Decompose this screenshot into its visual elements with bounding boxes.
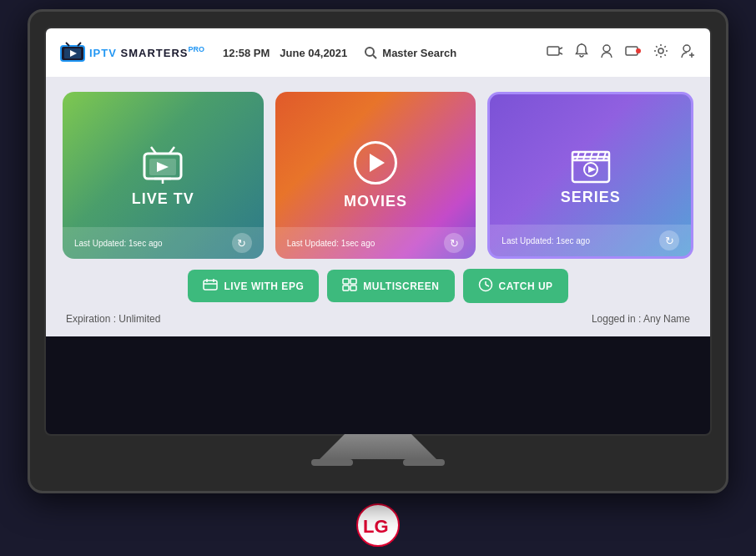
live-tv-bottom-bar: Last Updated: 1sec ago ↻ <box>63 227 264 259</box>
movies-card[interactable]: MOVIES Last Updated: 1sec ago ↻ <box>275 92 476 259</box>
search-button[interactable]: Master Search <box>364 46 456 59</box>
svg-point-11 <box>603 45 610 52</box>
tv-screen: IPTV SMARTERSPRO 12:58 PM June 04,2021 M… <box>44 27 712 436</box>
live-with-epg-label: LIVE WITH EPG <box>224 281 304 292</box>
header-date: June 04,2021 <box>280 47 347 59</box>
series-icon <box>567 145 614 189</box>
svg-point-15 <box>683 45 690 52</box>
svg-rect-40 <box>343 286 349 291</box>
series-bottom-bar: Last Updated: 1sec ago ↻ <box>490 225 691 256</box>
record-icon[interactable] <box>625 44 642 61</box>
svg-point-13 <box>636 48 641 53</box>
search-icon <box>364 46 377 59</box>
multiscreen-label: MULTISCREEN <box>363 281 439 292</box>
movies-update-text: Last Updated: 1sec ago <box>287 239 375 248</box>
live-with-epg-button[interactable]: LIVE WITH EPG <box>188 270 319 302</box>
live-tv-icon <box>138 144 188 190</box>
action-buttons-row: LIVE WITH EPG MULTISCREEN <box>63 269 693 303</box>
multiscreen-icon <box>342 278 357 294</box>
settings-icon[interactable] <box>653 43 668 62</box>
expiration-text: Expiration : Unlimited <box>66 313 160 325</box>
svg-rect-41 <box>350 286 356 291</box>
epg-icon <box>203 278 218 294</box>
series-update-text: Last Updated: 1sec ago <box>501 236 590 245</box>
manage-profile-icon[interactable] <box>680 43 697 62</box>
movies-bottom-bar: Last Updated: 1sec ago ↻ <box>275 227 476 259</box>
footer-row: Expiration : Unlimited Logged in : Any N… <box>63 313 693 325</box>
lg-logo: LG <box>356 503 400 547</box>
series-card[interactable]: SERIES Last Updated: 1sec ago ↻ <box>487 92 693 259</box>
logo-text: IPTV SMARTERSPRO <box>89 45 204 60</box>
header-time: 12:58 PM <box>223 47 270 59</box>
catch-up-button[interactable]: CATCH UP <box>463 269 568 303</box>
svg-marker-33 <box>588 166 596 173</box>
live-tv-refresh-button[interactable]: ↻ <box>232 233 252 253</box>
movies-refresh-button[interactable]: ↻ <box>444 233 464 253</box>
header-icons <box>547 43 697 62</box>
tv-channel-icon[interactable] <box>547 44 563 61</box>
svg-rect-38 <box>343 279 349 284</box>
series-refresh-button[interactable]: ↻ <box>659 230 679 250</box>
series-title: SERIES <box>561 189 621 206</box>
tv-frame: IPTV SMARTERSPRO 12:58 PM June 04,2021 M… <box>28 9 728 493</box>
svg-rect-34 <box>204 281 217 290</box>
live-tv-title: LIVE TV <box>132 190 194 208</box>
svg-text:LG: LG <box>363 516 389 537</box>
brand-logo-container: LG <box>356 503 400 547</box>
movies-title: MOVIES <box>344 193 407 210</box>
svg-rect-12 <box>626 47 638 55</box>
tv-feet <box>311 459 445 466</box>
main-content: LIVE TV Last Updated: 1sec ago ↻ MOVIES <box>46 77 710 336</box>
logged-in-text: Logged in : Any Name <box>592 313 690 325</box>
movies-icon <box>354 141 397 184</box>
clock-icon <box>478 277 493 295</box>
tv-stand <box>295 434 461 459</box>
svg-point-14 <box>658 48 663 53</box>
user-icon[interactable] <box>600 43 613 62</box>
svg-rect-39 <box>350 279 356 284</box>
logo: IPTV SMARTERSPRO <box>59 41 204 64</box>
live-tv-card[interactable]: LIVE TV Last Updated: 1sec ago ↻ <box>63 92 264 259</box>
search-label: Master Search <box>382 47 456 59</box>
live-tv-update-text: Last Updated: 1sec ago <box>74 239 163 248</box>
bell-icon[interactable] <box>575 43 588 62</box>
catch-up-label: CATCH UP <box>499 281 553 292</box>
header: IPTV SMARTERSPRO 12:58 PM June 04,2021 M… <box>46 28 710 77</box>
multiscreen-button[interactable]: MULTISCREEN <box>327 270 454 302</box>
svg-line-6 <box>373 55 376 58</box>
svg-point-5 <box>365 48 374 56</box>
svg-line-44 <box>486 285 489 286</box>
tv-foot-right <box>403 459 445 466</box>
cards-row: LIVE TV Last Updated: 1sec ago ↻ MOVIES <box>63 92 693 259</box>
tv-foot-left <box>311 459 353 466</box>
svg-rect-7 <box>547 47 559 55</box>
